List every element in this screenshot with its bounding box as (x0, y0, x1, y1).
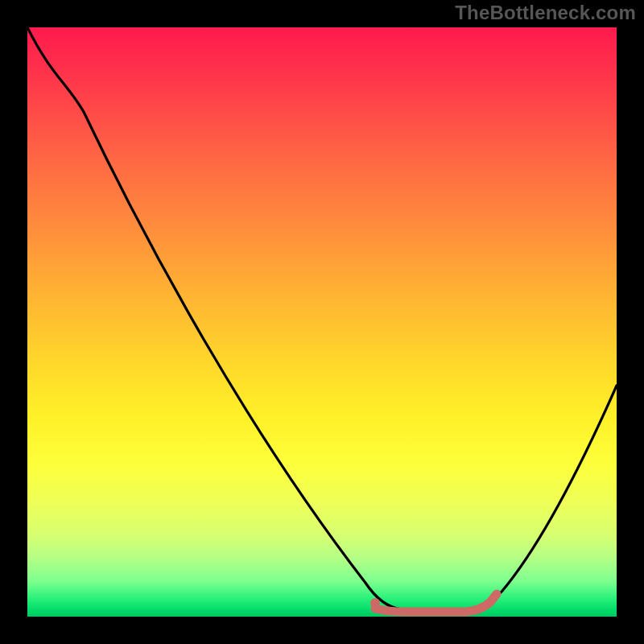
plot-area (27, 27, 617, 617)
highlight-segment (27, 27, 617, 617)
highlight-path (375, 594, 497, 612)
watermark-text: TheBottleneck.com (455, 2, 636, 24)
chart-frame: TheBottleneck.com (0, 0, 644, 644)
